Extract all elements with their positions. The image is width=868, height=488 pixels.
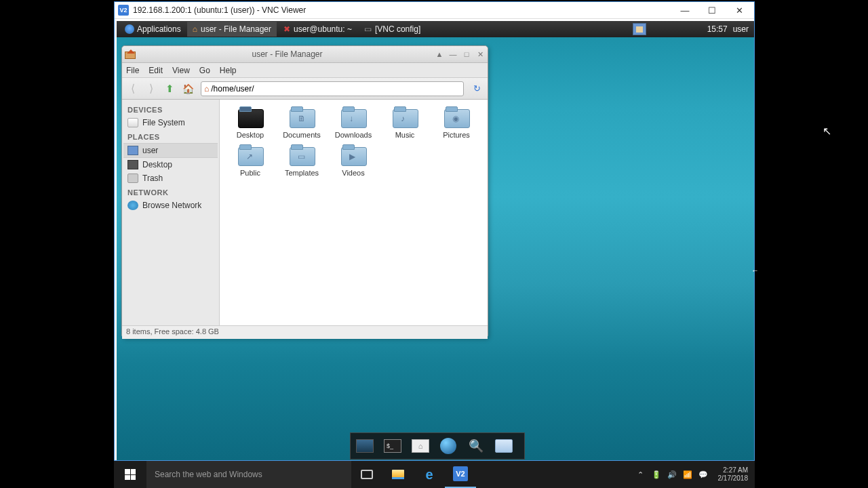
volume-icon[interactable]: 🔊	[667, 470, 677, 479]
desktop-icon	[127, 160, 138, 169]
globe-icon	[440, 438, 456, 454]
nav-forward-button[interactable]: ⟩	[143, 81, 159, 97]
fm-close-button[interactable]: ✕	[475, 50, 485, 59]
panel-user[interactable]: user	[733, 24, 749, 34]
fm-maximize-button[interactable]: □	[462, 50, 471, 59]
folder-icon: ◉	[443, 106, 470, 128]
maximize-button[interactable]: ☐	[698, 2, 726, 18]
terminal-icon: $_	[384, 439, 401, 453]
sidebar-item-user[interactable]: user	[123, 143, 218, 158]
vnc-viewer-window: V2 192.168.1.200:1 (ubuntu:1 (user)) - V…	[114, 1, 755, 461]
remote-desktop[interactable]: Applications ⌂ user - File Manager ✖ use…	[117, 21, 754, 460]
search-placeholder: Search the web and Windows	[155, 470, 262, 479]
folder-templates[interactable]: ▭Templates	[277, 144, 327, 177]
taskbar-file-explorer[interactable]	[382, 461, 414, 488]
fm-minimize-button[interactable]: —	[448, 50, 458, 59]
battery-icon[interactable]: 🔋	[652, 470, 661, 479]
windows-logo-icon	[125, 469, 136, 480]
start-button[interactable]	[114, 461, 146, 488]
taskbar-item-vnc-config[interactable]: ▭ [VNC config]	[359, 22, 426, 37]
network-icon[interactable]: 📶	[683, 470, 692, 479]
folder-music[interactable]: ♪Music	[380, 106, 430, 139]
xfce-dock: $_ ⌂ 🔍	[350, 432, 525, 460]
menu-view[interactable]: View	[172, 66, 190, 75]
taskbar-vnc-viewer[interactable]: V2	[445, 461, 476, 488]
tray-clock[interactable]: 2:27 AM 2/17/2018	[714, 466, 753, 483]
nav-back-button[interactable]: ⟨	[125, 81, 141, 97]
system-tray: ⌃ 🔋 🔊 📶 💬 2:27 AM 2/17/2018	[636, 466, 755, 483]
fm-titlebar[interactable]: user - File Manager ▲ — □ ✕	[122, 46, 488, 63]
nav-up-button[interactable]: ⬆	[161, 81, 178, 97]
folder-icon	[237, 106, 264, 128]
network-header: NETWORK	[123, 185, 218, 199]
folder-icon	[495, 439, 513, 453]
close-button[interactable]: ✕	[726, 2, 753, 18]
menu-edit[interactable]: Edit	[149, 66, 163, 75]
nav-home-button[interactable]: 🏠	[180, 81, 196, 97]
home-icon: 🏠	[182, 83, 194, 94]
fm-title: user - File Manager	[140, 49, 435, 59]
folder-icon	[392, 470, 404, 479]
xfce-top-panel: Applications ⌂ user - File Manager ✖ use…	[117, 21, 754, 37]
folder-videos[interactable]: ▶Videos	[328, 144, 378, 177]
sidebar-item-trash[interactable]: Trash	[123, 171, 218, 185]
taskbar-item-terminal[interactable]: ✖ user@ubuntu: ~	[278, 22, 357, 37]
terminal-icon: ✖	[283, 24, 290, 34]
folder-icon: ▭	[288, 144, 315, 166]
show-desktop-button[interactable]	[633, 23, 646, 35]
home-icon: ⌂	[193, 24, 197, 34]
vnc-app-icon: V2	[118, 5, 129, 16]
sidebar-item-browse-network[interactable]: Browse Network	[123, 199, 218, 212]
task-view-button[interactable]	[351, 461, 382, 488]
taskbar-item-file-manager[interactable]: ⌂ user - File Manager	[187, 22, 277, 37]
arrow-left-icon: ⟨	[131, 82, 135, 95]
menu-file[interactable]: File	[126, 66, 139, 75]
places-header: PLACES	[123, 129, 218, 143]
panel-edge-icon: ←	[751, 266, 759, 274]
folder-desktop[interactable]: Desktop	[225, 106, 275, 139]
refresh-button[interactable]: ↻	[469, 81, 485, 97]
windows-taskbar: Search the web and Windows e V2 ⌃ 🔋 🔊 📶 …	[114, 461, 755, 488]
folder-icon: ↓	[340, 106, 367, 128]
taskbar-edge[interactable]: e	[414, 461, 445, 488]
dock-app-finder[interactable]: 🔍	[464, 435, 488, 457]
folder-documents[interactable]: 🗎Documents	[277, 106, 327, 139]
edge-icon: e	[425, 467, 433, 483]
sidebar-item-desktop[interactable]: Desktop	[123, 158, 218, 171]
cortana-search-input[interactable]: Search the web and Windows	[146, 461, 351, 488]
folder-public[interactable]: ↗Public	[225, 144, 275, 177]
fm-toolbar: ⟨ ⟩ ⬆ 🏠 ⌂ /home/user/ ↻	[122, 78, 488, 100]
drive-icon	[127, 118, 138, 127]
folder-icon: ▶	[340, 144, 367, 166]
action-center-icon[interactable]: 💬	[698, 470, 708, 479]
panel-clock[interactable]: 15:57	[707, 24, 728, 34]
location-path: /home/user/	[211, 84, 254, 94]
dock-show-desktop[interactable]	[353, 435, 377, 457]
menu-go[interactable]: Go	[199, 66, 210, 75]
folder-icon: 🗎	[288, 106, 315, 128]
dock-terminal[interactable]: $_	[380, 435, 405, 457]
minimize-button[interactable]: —	[671, 2, 698, 18]
applications-label: Applications	[137, 24, 181, 34]
tray-date: 2/17/2018	[718, 474, 749, 483]
refresh-icon: ↻	[473, 83, 481, 94]
tray-overflow-icon[interactable]: ⌃	[636, 470, 646, 479]
dock-directory[interactable]	[492, 435, 516, 457]
fm-menubar: File Edit View Go Help	[122, 63, 488, 78]
location-bar[interactable]: ⌂ /home/user/	[201, 81, 464, 96]
folder-downloads[interactable]: ↓Downloads	[328, 106, 378, 139]
fm-icon-view[interactable]: Desktop 🗎Documents ↓Downloads ♪Music ◉Pi…	[220, 100, 488, 325]
dock-file-manager[interactable]: ⌂	[408, 435, 433, 457]
desktop-icon	[356, 439, 374, 453]
vnc-titlebar[interactable]: V2 192.168.1.200:1 (ubuntu:1 (user)) - V…	[115, 2, 754, 19]
applications-menu[interactable]: Applications	[119, 21, 186, 37]
home-icon: ⌂	[204, 84, 209, 94]
home-icon	[127, 146, 138, 155]
folder-pictures[interactable]: ◉Pictures	[431, 106, 481, 139]
fm-sidebar: DEVICES File System PLACES user Desktop …	[122, 100, 220, 325]
keep-above-button[interactable]: ▲	[435, 50, 444, 59]
dock-web-browser[interactable]	[436, 435, 460, 457]
menu-help[interactable]: Help	[220, 66, 237, 75]
vnc-icon: V2	[453, 466, 468, 481]
sidebar-item-filesystem[interactable]: File System	[123, 116, 218, 129]
